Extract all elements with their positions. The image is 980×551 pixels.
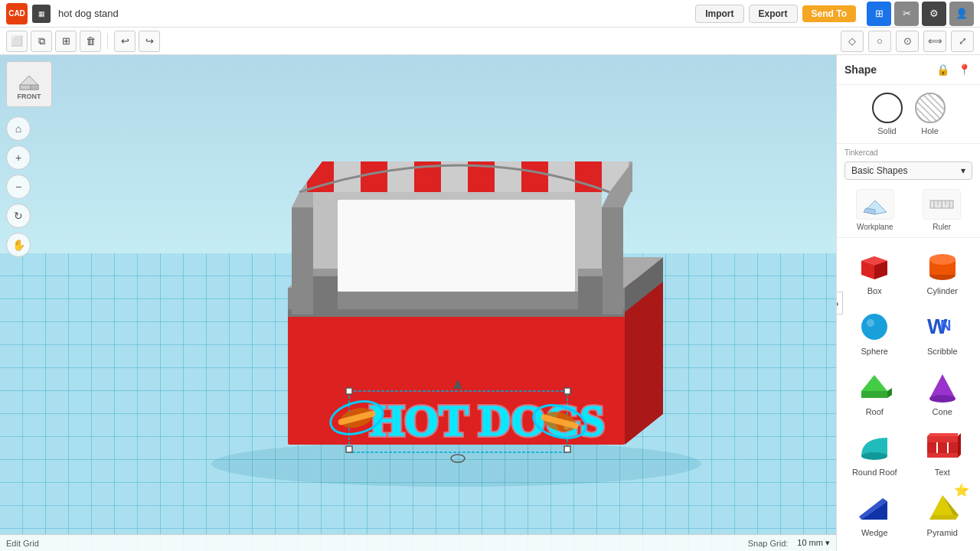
shape-item-cone[interactable]: Cone (910, 364, 976, 422)
svg-marker-54 (864, 208, 875, 214)
toolbar-separator (107, 33, 108, 50)
workplane-button[interactable]: Workplane (844, 189, 906, 231)
right-panel-header: Shape 🔒 📍 (837, 55, 980, 85)
shape-grid: Box Cylinder (837, 238, 980, 551)
svg-point-68 (867, 319, 874, 327)
solid-option[interactable]: Solid (872, 93, 903, 135)
hole-option[interactable]: Hole (915, 93, 946, 135)
tools-icon[interactable]: ✂ (894, 2, 919, 26)
hole-circle (915, 93, 946, 123)
box-icon (855, 249, 893, 283)
home-button[interactable]: ⌂ (6, 116, 31, 141)
view-cube[interactable]: FRONT (6, 61, 52, 107)
svg-rect-22 (387, 156, 414, 198)
svg-marker-83 (958, 433, 961, 458)
star-badge: ⭐ (954, 483, 969, 497)
import-button[interactable]: Import (695, 5, 743, 23)
shape-item-text[interactable]: Text (910, 424, 976, 483)
location-icon[interactable]: 📍 (956, 61, 972, 78)
shape-item-round-roof[interactable]: Round Roof (841, 424, 908, 483)
send-to-button[interactable]: Send To (802, 5, 856, 22)
wedge-icon (855, 491, 893, 525)
ruler-icon-box (923, 189, 961, 220)
3d-model-container: HOT DOGS HOT DOGS HOT DOGS (77, 86, 836, 490)
zoom-out-button[interactable]: − (6, 174, 31, 199)
shape-item-sphere[interactable]: Sphere (841, 303, 908, 362)
statusbar-right: Snap Grid: 10 mm ▾ (748, 538, 830, 548)
svg-rect-27 (521, 156, 548, 198)
svg-rect-26 (495, 156, 521, 198)
shape-item-torus[interactable]: Torus (841, 545, 908, 551)
rotate-button[interactable]: ↻ (6, 204, 31, 228)
edit-grid-label[interactable]: Edit Grid (6, 539, 39, 548)
svg-rect-81 (927, 453, 958, 458)
delete-button[interactable]: 🗑 (80, 31, 101, 52)
svg-text:N: N (940, 317, 951, 334)
svg-rect-25 (468, 156, 495, 198)
shape-item-box[interactable]: Box (841, 243, 908, 302)
shape-item-scribble[interactable]: W N Scribble (910, 303, 976, 362)
svg-rect-39 (346, 446, 352, 452)
svg-marker-73 (887, 388, 892, 398)
app-logo: CAD (6, 3, 28, 24)
front-view-label: FRONT (18, 93, 41, 100)
sphere-icon (855, 309, 893, 344)
text-label: Text (935, 468, 950, 477)
mirror-button[interactable]: ⤢ (951, 31, 974, 52)
lock-icon[interactable]: 🔒 (934, 61, 951, 78)
account-icon[interactable]: 👤 (949, 2, 974, 26)
svg-rect-80 (927, 436, 958, 442)
shape-type-selector: Solid Hole (837, 85, 980, 144)
grid-view-icon[interactable]: ⊞ (867, 2, 891, 26)
shape-panel-title: Shape (844, 64, 877, 76)
copy-button[interactable]: ⧉ (31, 31, 52, 52)
align-button[interactable]: ⟺ (923, 31, 946, 52)
pyramid-label: Pyramid (927, 528, 958, 537)
svg-rect-24 (441, 156, 468, 198)
cylinder-label: Cylinder (927, 286, 958, 295)
roof-icon (855, 370, 893, 404)
snap-grid-label: Snap Grid: (748, 539, 789, 548)
shape-item-cylinder[interactable]: Cylinder (910, 243, 976, 302)
shape-library-dropdown[interactable]: Basic Shapes ▾ (844, 161, 972, 180)
export-button[interactable]: Export (749, 5, 798, 23)
snap-grid-value[interactable]: 10 mm ▾ (797, 538, 830, 548)
svg-marker-72 (861, 391, 887, 398)
collapse-panel-button[interactable]: ❯ (836, 292, 843, 315)
box-label: Box (867, 286, 882, 295)
shape-item-pyramid[interactable]: ⭐ Pyramid (910, 484, 976, 543)
svg-point-76 (861, 452, 887, 460)
hole-label: Hole (921, 126, 939, 135)
shape-item-wedge[interactable]: Wedge (841, 484, 908, 543)
svg-rect-10 (288, 309, 625, 317)
wedge-label: Wedge (861, 528, 888, 537)
round-roof-label: Round Roof (852, 468, 897, 477)
shape-item-sphere2[interactable]: Sphere (910, 545, 976, 551)
solid-label: Solid (877, 126, 896, 135)
zoom-in-button[interactable]: + (6, 145, 31, 170)
dropdown-arrow: ▾ (961, 165, 965, 176)
svg-rect-38 (564, 388, 570, 394)
left-navigation: ⌂ + − ↻ ✋ (6, 116, 31, 257)
group-button[interactable]: ⊞ (55, 31, 77, 52)
shape-item-roof[interactable]: Roof (841, 364, 908, 422)
zoom-fit-button[interactable]: ○ (868, 31, 891, 52)
view-cube-button[interactable]: ⊙ (896, 31, 919, 52)
home-view-button[interactable]: ◇ (841, 31, 864, 52)
svg-marker-71 (861, 375, 887, 391)
ruler-button[interactable]: Ruler (912, 189, 973, 231)
svg-marker-35 (578, 269, 603, 276)
new-button[interactable]: ⬜ (6, 31, 28, 52)
sphere-label: Sphere (861, 347, 888, 356)
top-right-icons: ⊞ ✂ ⚙ 👤 (867, 2, 974, 26)
pan-button[interactable]: ✋ (6, 233, 31, 257)
projects-icon[interactable]: ⚙ (922, 2, 946, 26)
canvas-area[interactable]: FRONT ⌂ + − ↻ ✋ (0, 55, 836, 551)
svg-point-66 (929, 254, 956, 265)
svg-marker-82 (927, 433, 958, 436)
svg-rect-2 (31, 85, 38, 90)
solid-circle (872, 93, 903, 123)
undo-button[interactable]: ↩ (114, 31, 136, 52)
hotdog-stand-svg: HOT DOGS HOT DOGS HOT DOGS (188, 73, 724, 502)
redo-button[interactable]: ↪ (139, 31, 160, 52)
